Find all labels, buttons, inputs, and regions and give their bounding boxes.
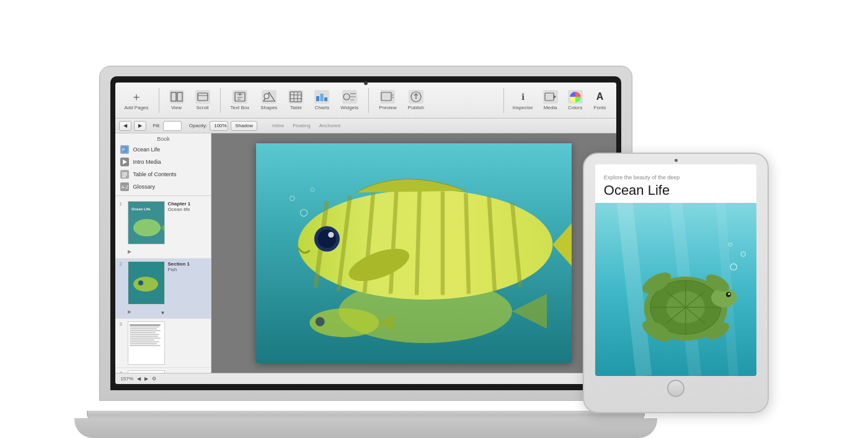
add-pages-label: Add Pages [124,105,148,110]
fish-svg [256,143,572,364]
intro-media-label: Intro Media [133,159,161,165]
macbook-lid: ＋ Add Pages View [99,66,632,401]
svg-point-39 [133,219,161,236]
text-line [130,337,161,339]
sidebar-book-label: Book [115,133,211,143]
page-thumb-2[interactable]: 2 [115,259,211,319]
svg-rect-17 [321,94,324,101]
charts-icon [314,90,329,104]
page-mini-container-1: Ocean Life ▶ [128,201,165,256]
ipad-turtle-svg [595,203,756,376]
sidebar-item-ocean-life[interactable]: P Ocean Life [115,143,211,156]
thumb-img-3 [128,321,165,365]
thumb-text-4 [128,371,164,372]
svg-line-53 [417,190,420,295]
shapes-label: Shapes [260,105,277,110]
inspector-icon: ℹ [515,90,530,104]
right-toolbar: ℹ Inspector Media [501,88,611,113]
toolbar-preview[interactable]: Preview [375,90,400,110]
thumb-img-1: Ocean Life [128,201,165,244]
ipad-home-button[interactable] [667,380,684,397]
svg-marker-29 [554,95,556,99]
svg-text:P: P [122,148,125,152]
anchored-label: Anchored [319,123,340,128]
thumb-chapter-1: Chapter 1 [167,201,207,207]
nav-back-btn[interactable]: ◀ [119,121,131,131]
add-pages-icon: ＋ [129,90,144,104]
toolbar-sep-1 [159,88,159,113]
ipad-book-cover: Explore the beauty of the deep Ocean Lif… [595,164,756,376]
text-line [130,341,159,342]
colors-icon [568,90,583,104]
macbook-camera [364,81,368,85]
text-line [130,339,154,341]
svg-point-64 [316,317,325,326]
inline-label: Inline [272,123,284,128]
ipad-screen: Explore the beauty of the deep Ocean Lif… [595,164,756,376]
toolbar-scroll[interactable]: Scroll [192,90,214,110]
thumb-section-1: Ocean life [167,207,207,212]
toolbar-publish[interactable]: Publish [404,90,428,110]
sidebar-item-intro-media[interactable]: Intro Media [115,156,211,168]
pages-toolbar: ＋ Add Pages View [115,83,616,118]
svg-text:Ocean Life: Ocean Life [131,207,151,211]
intro-media-icon [120,158,129,166]
toolbar-colors[interactable]: Colors [564,90,587,110]
text-line [130,343,157,344]
page-num-2: 2 [119,261,125,316]
svg-rect-11 [290,92,301,102]
toc-icon [120,170,129,179]
sidebar-item-toc[interactable]: Table of Contents [115,168,211,181]
text-line [130,328,157,329]
fish-scene [256,143,572,364]
page-thumb-1[interactable]: 1 Ocean Life [115,199,211,259]
view-label: View [171,105,182,110]
inspector-label: Inspector [513,105,533,110]
toolbar-widgets[interactable]: Widgets [337,90,362,110]
text-line [130,326,159,328]
zoom-settings-btn[interactable]: ⚙ [152,376,156,382]
media-icon [543,90,558,104]
nav-forward-btn[interactable]: ▶ [134,121,146,131]
svg-point-78 [728,293,730,295]
svg-rect-28 [545,93,554,101]
page-thumb-3[interactable]: 3 [115,319,211,368]
fill-color-btn[interactable] [163,121,182,131]
toolbar-inspector[interactable]: ℹ Inspector [509,90,537,110]
thumb-fish-2 [128,262,164,304]
svg-rect-0 [171,92,176,101]
svg-point-59 [318,230,337,248]
toolbar-fonts[interactable]: A Fonts [589,90,611,110]
page-canvas[interactable] [256,143,572,364]
zoom-forward-btn[interactable]: ▶ [144,376,148,382]
shadow-btn[interactable]: Shadow [231,121,257,131]
zoom-level: 157% [120,376,133,382]
scroll-label: Scroll [197,105,209,110]
sidebar-item-glossary[interactable]: A-Z Glossary [115,181,211,193]
opacity-field[interactable]: 100% [210,121,228,131]
toolbar-charts[interactable]: Charts [311,90,333,110]
zoom-bar: 157% ◀ ▶ ⚙ [115,373,616,384]
svg-marker-33 [123,159,127,164]
floating-label: Floating [293,123,310,128]
toolbar-media[interactable]: Media [539,90,562,110]
page-thumb-4[interactable]: 4 [115,368,211,372]
pages-sidebar: Book P Ocean Life [115,133,211,372]
publish-icon [409,90,423,104]
toolbar-textbox[interactable]: Text Box [227,90,254,110]
zoom-back-btn[interactable]: ◀ [137,376,141,382]
table-label: Table [290,105,302,110]
ocean-life-toc-label: Ocean Life [133,146,160,153]
fill-label: Fill: [153,123,160,128]
thumb-chapter-2: Section 1 [167,261,207,267]
thumb-fish-1: Ocean Life [128,202,164,244]
textbox-icon [232,90,247,104]
toolbar-view[interactable]: View [166,90,188,110]
toolbar-add-pages[interactable]: ＋ Add Pages [120,90,152,110]
view-icon [169,90,184,104]
colors-label: Colors [568,105,582,110]
page-arrow-2: ▶ [128,309,131,315]
toolbar-shapes[interactable]: Shapes [257,90,281,110]
toolbar-table[interactable]: Table [285,90,307,110]
textbox-label: Text Box [231,105,250,110]
